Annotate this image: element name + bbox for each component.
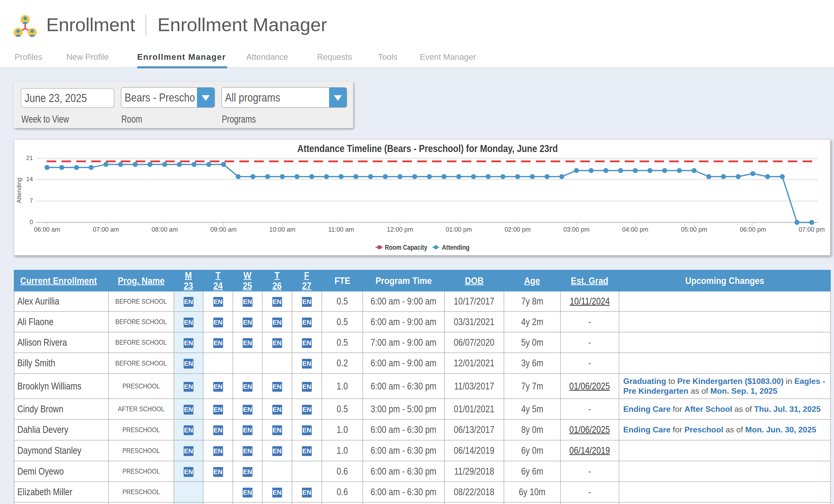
svg-text:04:00 pm: 04:00 pm bbox=[622, 226, 649, 233]
svg-text:Room Capacity: Room Capacity bbox=[385, 244, 427, 251]
svg-text:11:00 am: 11:00 am bbox=[328, 226, 354, 233]
svg-text:0: 0 bbox=[30, 219, 33, 225]
svg-text:07:00 pm: 07:00 pm bbox=[798, 226, 825, 233]
svg-text:Attending: Attending bbox=[16, 178, 22, 203]
svg-text:10:00 am: 10:00 am bbox=[269, 226, 295, 233]
svg-text:7: 7 bbox=[30, 197, 33, 204]
svg-text:12:00 pm: 12:00 pm bbox=[387, 226, 413, 233]
svg-text:06:00 am: 06:00 am bbox=[34, 226, 60, 233]
svg-text:07:00 am: 07:00 am bbox=[93, 226, 119, 233]
svg-text:03:00 pm: 03:00 pm bbox=[564, 226, 590, 233]
svg-text:Attendance Timeline (Bears - P: Attendance Timeline (Bears - Preschool) … bbox=[298, 143, 558, 154]
svg-text:06:00 pm: 06:00 pm bbox=[740, 226, 766, 233]
svg-text:02:00 pm: 02:00 pm bbox=[504, 226, 530, 233]
svg-text:21: 21 bbox=[26, 154, 33, 161]
svg-text:Attending: Attending bbox=[442, 244, 469, 251]
svg-text:08:00 am: 08:00 am bbox=[152, 226, 178, 233]
svg-text:01:00 pm: 01:00 pm bbox=[446, 226, 472, 233]
svg-text:09:00 am: 09:00 am bbox=[211, 226, 237, 233]
svg-text:05:00 pm: 05:00 pm bbox=[681, 226, 707, 233]
svg-text:14: 14 bbox=[26, 176, 33, 182]
